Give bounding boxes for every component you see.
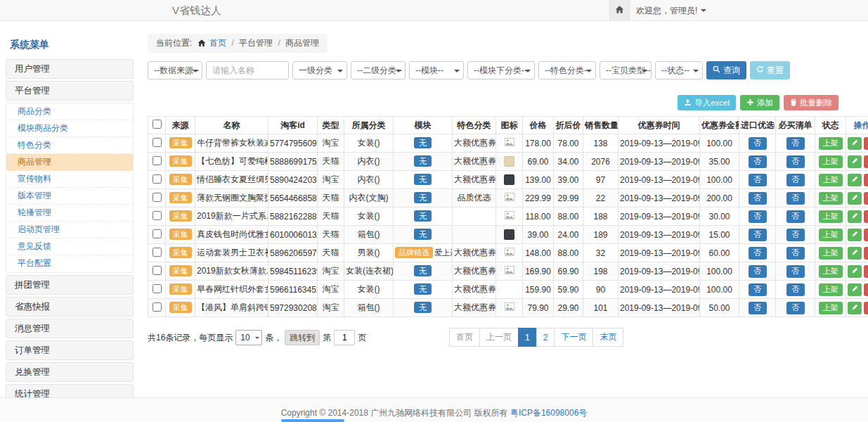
edit-button[interactable]: [848, 229, 862, 241]
sidebar-sub-item[interactable]: 版本管理: [6, 188, 133, 205]
sidebar-sub-item[interactable]: 宣传物料: [6, 171, 133, 188]
page-prev-button[interactable]: 上一页: [479, 328, 519, 347]
import-select-toggle[interactable]: 否: [749, 174, 767, 186]
import-select-toggle[interactable]: 否: [749, 265, 767, 278]
sidebar-group-item[interactable]: 消息管理: [6, 319, 134, 338]
must-buy-toggle[interactable]: 否: [786, 155, 805, 168]
edit-button[interactable]: [848, 247, 862, 260]
status-button[interactable]: 上架: [819, 247, 843, 260]
delete-button[interactable]: [864, 283, 868, 296]
delete-button[interactable]: [864, 137, 868, 150]
jump-page-input[interactable]: [334, 330, 355, 345]
row-checkbox[interactable]: [153, 138, 162, 147]
sidebar-sub-item[interactable]: 特色分类: [6, 137, 133, 154]
row-checkbox[interactable]: [153, 266, 162, 275]
sidebar-group-item[interactable]: 平台管理: [6, 81, 134, 101]
sidebar-group-item[interactable]: 用户管理: [6, 59, 134, 79]
search-name-input[interactable]: [206, 61, 289, 79]
user-menu[interactable]: 欢迎您，管理员!: [636, 0, 706, 21]
row-checkbox[interactable]: [153, 302, 162, 312]
status-button[interactable]: 上架: [819, 174, 843, 186]
import-excel-button[interactable]: 导入excel: [678, 95, 736, 110]
delete-button[interactable]: [864, 174, 868, 186]
icp-link[interactable]: 粤ICP备16098006号: [510, 408, 587, 418]
reset-button[interactable]: 重置: [750, 61, 790, 79]
import-select-toggle[interactable]: 否: [749, 229, 767, 241]
row-checkbox[interactable]: [153, 174, 162, 184]
sidebar-group-item[interactable]: 兑换管理: [6, 362, 134, 382]
import-select-toggle[interactable]: 否: [749, 210, 767, 223]
filter-select-0[interactable]: --数据来源--: [148, 61, 202, 79]
edit-button[interactable]: [848, 265, 862, 278]
must-buy-toggle[interactable]: 否: [786, 192, 805, 205]
filter-select-2[interactable]: --二级分类--: [351, 61, 406, 79]
import-select-toggle[interactable]: 否: [749, 247, 767, 260]
status-button[interactable]: 上架: [819, 283, 843, 296]
must-buy-toggle[interactable]: 否: [786, 137, 805, 150]
filter-select-3[interactable]: --模块--: [409, 61, 464, 79]
filter-select-1[interactable]: 一级分类: [292, 61, 347, 79]
sidebar-group-item[interactable]: 订单管理: [6, 340, 134, 360]
must-buy-toggle[interactable]: 否: [786, 265, 805, 278]
import-select-toggle[interactable]: 否: [749, 192, 767, 205]
status-button[interactable]: 上架: [819, 155, 843, 168]
sidebar-group-item[interactable]: 省惠快报: [6, 297, 134, 316]
status-button[interactable]: 上架: [819, 210, 843, 223]
delete-button[interactable]: [864, 229, 868, 241]
must-buy-toggle[interactable]: 否: [786, 302, 805, 314]
filter-select-5[interactable]: --特色分类--: [538, 61, 596, 79]
must-buy-toggle[interactable]: 否: [786, 210, 805, 223]
delete-button[interactable]: [864, 247, 868, 260]
filter-select-7[interactable]: --状态--: [655, 61, 703, 79]
add-button[interactable]: 添加: [740, 95, 779, 110]
sidebar-sub-item[interactable]: 平台配置: [6, 255, 133, 272]
page-last-button[interactable]: 末页: [592, 328, 623, 347]
edit-button[interactable]: [848, 302, 862, 314]
sidebar-sub-item[interactable]: 启动页管理: [6, 222, 133, 238]
must-buy-toggle[interactable]: 否: [786, 283, 805, 296]
filter-select-6[interactable]: --宝贝类型--: [600, 61, 652, 79]
row-checkbox[interactable]: [153, 229, 162, 238]
sidebar-group-item[interactable]: 拼团管理: [6, 275, 134, 295]
select-all-checkbox[interactable]: [153, 120, 162, 129]
edit-button[interactable]: [848, 283, 862, 296]
edit-button[interactable]: [848, 192, 862, 205]
page-first-button[interactable]: 首页: [449, 328, 480, 347]
sidebar-sub-item[interactable]: 商品分类: [6, 103, 133, 120]
edit-button[interactable]: [848, 210, 862, 223]
row-checkbox[interactable]: [153, 248, 162, 257]
edit-button[interactable]: [848, 174, 862, 186]
delete-button[interactable]: [864, 155, 868, 168]
row-checkbox[interactable]: [153, 156, 162, 165]
must-buy-toggle[interactable]: 否: [786, 247, 805, 260]
status-button[interactable]: 上架: [819, 137, 843, 150]
status-button[interactable]: 上架: [819, 192, 843, 205]
delete-button[interactable]: [864, 210, 868, 223]
sidebar-sub-item[interactable]: 轮播管理: [6, 205, 133, 222]
status-button[interactable]: 上架: [819, 302, 843, 314]
delete-button[interactable]: [864, 302, 868, 314]
row-checkbox[interactable]: [153, 284, 162, 293]
row-checkbox[interactable]: [153, 193, 162, 202]
per-page-select[interactable]: 10: [235, 330, 262, 345]
page-next-button[interactable]: 下一页: [554, 328, 593, 347]
status-button[interactable]: 上架: [819, 229, 843, 241]
page-number-button[interactable]: 1: [518, 328, 537, 347]
search-button[interactable]: 查询: [706, 61, 746, 79]
sidebar-sub-item[interactable]: 意见反馈: [6, 238, 133, 255]
import-select-toggle[interactable]: 否: [749, 137, 767, 150]
home-button[interactable]: [609, 0, 630, 20]
edit-button[interactable]: [848, 155, 862, 168]
batch-delete-button[interactable]: 批量删除: [784, 95, 838, 110]
must-buy-toggle[interactable]: 否: [786, 174, 805, 186]
row-checkbox[interactable]: [153, 211, 162, 220]
filter-select-4[interactable]: --模块下分类--: [467, 61, 535, 79]
edit-button[interactable]: [848, 137, 862, 150]
sidebar-sub-item[interactable]: 商品管理: [6, 154, 133, 171]
sidebar-sub-item[interactable]: 模块商品分类: [6, 120, 133, 137]
status-button[interactable]: 上架: [819, 265, 843, 278]
import-select-toggle[interactable]: 否: [749, 155, 767, 168]
delete-button[interactable]: [864, 265, 868, 278]
jump-button[interactable]: 跳转到: [285, 330, 320, 345]
delete-button[interactable]: [864, 192, 868, 205]
